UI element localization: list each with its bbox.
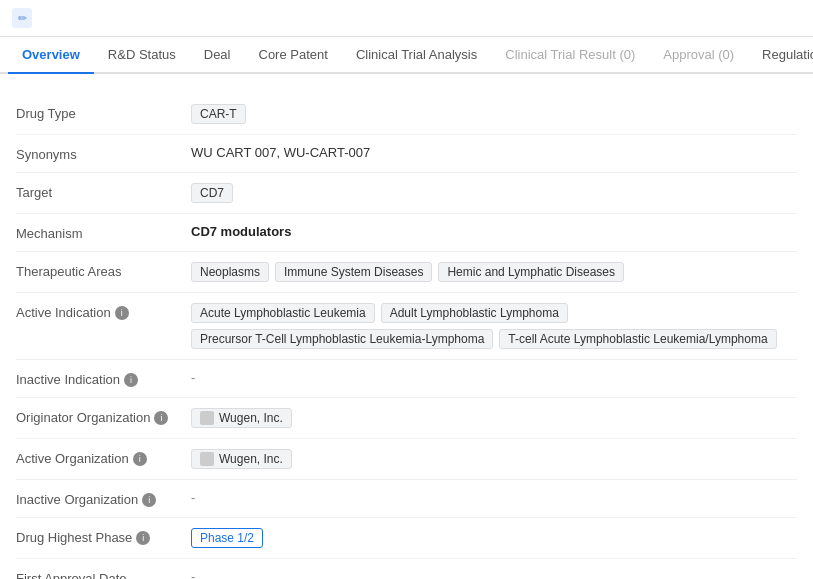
- tab-bar: OverviewR&D StatusDealCore PatentClinica…: [0, 37, 813, 74]
- row-drug-type: Drug TypeCAR-T: [16, 94, 797, 135]
- value-inactive-org: -: [191, 490, 797, 505]
- row-mechanism: MechanismCD7 modulators: [16, 214, 797, 252]
- value-drug-highest-phase: Phase 1/2: [191, 528, 797, 548]
- org-name-active-org: Wugen, Inc.: [219, 452, 283, 466]
- label-drug-type: Drug Type: [16, 104, 191, 121]
- tab-rd-status[interactable]: R&D Status: [94, 37, 190, 74]
- label-drug-highest-phase: Drug Highest Phasei: [16, 528, 191, 545]
- tab-approval: Approval (0): [649, 37, 748, 74]
- row-inactive-org: Inactive Organizationi-: [16, 480, 797, 518]
- info-icon-inactive-org[interactable]: i: [142, 493, 156, 507]
- row-synonyms: SynonymsWU CART 007, WU-CART-007: [16, 135, 797, 173]
- text-synonyms: WU CART 007, WU-CART-007: [191, 145, 370, 160]
- dash-first-approval-date: -: [191, 569, 195, 579]
- info-icon-originator-org[interactable]: i: [154, 411, 168, 425]
- org-tag-originator-org: Wugen, Inc.: [191, 408, 292, 428]
- value-active-indication: Acute Lymphoblastic LeukemiaAdult Lympho…: [191, 303, 797, 349]
- tab-overview[interactable]: Overview: [8, 37, 94, 74]
- row-drug-highest-phase: Drug Highest PhaseiPhase 1/2: [16, 518, 797, 559]
- row-active-org: Active OrganizationiWugen, Inc.: [16, 439, 797, 480]
- label-active-org: Active Organizationi: [16, 449, 191, 466]
- label-therapeutic-areas: Therapeutic Areas: [16, 262, 191, 279]
- tag-active-indication: Precursor T-Cell Lymphoblastic Leukemia-…: [191, 329, 493, 349]
- row-originator-org: Originator OrganizationiWugen, Inc.: [16, 398, 797, 439]
- info-icon-drug-highest-phase[interactable]: i: [136, 531, 150, 545]
- label-target: Target: [16, 183, 191, 200]
- tag-therapeutic-areas: Hemic and Lymphatic Diseases: [438, 262, 624, 282]
- header: ✏: [0, 0, 813, 37]
- bold-text-mechanism: CD7 modulators: [191, 224, 291, 239]
- tag-drug-type: CAR-T: [191, 104, 246, 124]
- tag-therapeutic-areas: Neoplasms: [191, 262, 269, 282]
- label-first-approval-date: First Approval Date: [16, 569, 191, 579]
- tab-clinical-trial-analysis[interactable]: Clinical Trial Analysis: [342, 37, 491, 74]
- tag-blue-drug-highest-phase: Phase 1/2: [191, 528, 263, 548]
- value-originator-org: Wugen, Inc.: [191, 408, 797, 428]
- label-active-indication: Active Indicationi: [16, 303, 191, 320]
- value-target: CD7: [191, 183, 797, 203]
- value-mechanism: CD7 modulators: [191, 224, 797, 239]
- value-drug-type: CAR-T: [191, 104, 797, 124]
- org-icon-active-org: [200, 452, 214, 466]
- info-icon-inactive-indication[interactable]: i: [124, 373, 138, 387]
- main-content: Drug TypeCAR-TSynonymsWU CART 007, WU-CA…: [0, 74, 813, 579]
- row-active-indication: Active IndicationiAcute Lymphoblastic Le…: [16, 293, 797, 360]
- tag-therapeutic-areas: Immune System Diseases: [275, 262, 432, 282]
- row-therapeutic-areas: Therapeutic AreasNeoplasmsImmune System …: [16, 252, 797, 293]
- tag-active-indication: Adult Lymphoblastic Lymphoma: [381, 303, 568, 323]
- tag-active-indication: Acute Lymphoblastic Leukemia: [191, 303, 375, 323]
- label-inactive-org: Inactive Organizationi: [16, 490, 191, 507]
- info-icon-active-indication[interactable]: i: [115, 306, 129, 320]
- tag-target: CD7: [191, 183, 233, 203]
- info-icon-active-org[interactable]: i: [133, 452, 147, 466]
- label-originator-org: Originator Organizationi: [16, 408, 191, 425]
- row-target: TargetCD7: [16, 173, 797, 214]
- dash-inactive-org: -: [191, 490, 195, 505]
- dash-inactive-indication: -: [191, 370, 195, 385]
- tab-deal[interactable]: Deal: [190, 37, 245, 74]
- value-active-org: Wugen, Inc.: [191, 449, 797, 469]
- org-icon-originator-org: [200, 411, 214, 425]
- value-therapeutic-areas: NeoplasmsImmune System DiseasesHemic and…: [191, 262, 797, 282]
- org-name-originator-org: Wugen, Inc.: [219, 411, 283, 425]
- tag-active-indication: T-cell Acute Lymphoblastic Leukemia/Lymp…: [499, 329, 776, 349]
- label-mechanism: Mechanism: [16, 224, 191, 241]
- edit-icon: ✏: [12, 8, 32, 28]
- org-tag-active-org: Wugen, Inc.: [191, 449, 292, 469]
- label-inactive-indication: Inactive Indicationi: [16, 370, 191, 387]
- label-synonyms: Synonyms: [16, 145, 191, 162]
- row-inactive-indication: Inactive Indicationi-: [16, 360, 797, 398]
- tab-core-patent[interactable]: Core Patent: [245, 37, 342, 74]
- value-first-approval-date: -: [191, 569, 797, 579]
- tab-regulation[interactable]: Regulation: [748, 37, 813, 74]
- tab-clinical-trial-result: Clinical Trial Result (0): [491, 37, 649, 74]
- value-synonyms: WU CART 007, WU-CART-007: [191, 145, 797, 160]
- row-first-approval-date: First Approval Date-: [16, 559, 797, 579]
- value-inactive-indication: -: [191, 370, 797, 385]
